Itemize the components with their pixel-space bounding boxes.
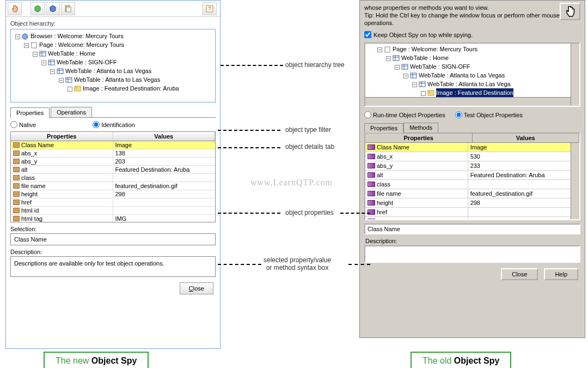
table-row[interactable]: height298 bbox=[365, 198, 579, 208]
svg-rect-27 bbox=[411, 73, 416, 78]
table-row[interactable]: href bbox=[11, 198, 215, 207]
vertical-scrollbar[interactable] bbox=[571, 143, 579, 219]
table-row[interactable]: class bbox=[365, 180, 579, 189]
description-label: Description: bbox=[360, 234, 585, 245]
table-row[interactable]: html id bbox=[365, 217, 579, 219]
horizontal-scrollbar[interactable] bbox=[365, 97, 571, 106]
description-label: Description: bbox=[6, 245, 220, 256]
tab-properties[interactable]: Properties bbox=[364, 123, 403, 133]
annotation-line bbox=[218, 130, 280, 131]
svg-point-4 bbox=[22, 34, 28, 39]
caption-new: The new Object Spy bbox=[44, 352, 149, 368]
svg-rect-15 bbox=[66, 77, 72, 82]
new-object-spy-window: ? Object hierarchy: −Browser : Welcome: … bbox=[5, 0, 220, 349]
annotation-line bbox=[340, 213, 370, 214]
col-values: Values bbox=[473, 134, 580, 142]
grid-header: Properties Values bbox=[11, 132, 215, 141]
cube-button-2[interactable] bbox=[46, 2, 60, 15]
table-row[interactable]: abs_x530 bbox=[365, 152, 579, 161]
table-row[interactable]: height298 bbox=[11, 190, 215, 198]
col-properties: Properties bbox=[11, 132, 113, 141]
details-tabs: Properties Operations bbox=[10, 107, 216, 118]
hierarchy-label: Object hierarchy: bbox=[6, 17, 220, 28]
properties-grid[interactable]: Properties Values Class NameImageabs_x53… bbox=[364, 132, 580, 220]
grid-header: Properties Values bbox=[365, 134, 579, 143]
annotation-line bbox=[218, 147, 280, 148]
table-row[interactable]: href bbox=[365, 208, 579, 217]
description-field: Descriptions are available only for test… bbox=[10, 256, 216, 277]
svg-rect-24 bbox=[402, 64, 408, 69]
annotation-line bbox=[220, 65, 283, 66]
vertical-scrollbar[interactable] bbox=[571, 44, 579, 106]
table-row[interactable]: abs_x138 bbox=[11, 149, 215, 158]
table-row[interactable]: file namefeatured_destination.gif bbox=[11, 182, 215, 190]
svg-point-19 bbox=[76, 87, 77, 89]
clipboard-button[interactable] bbox=[61, 2, 75, 15]
hierarchy-tree[interactable]: −Browser : Welcome: Mercury Tours−Page :… bbox=[10, 29, 216, 102]
properties-grid[interactable]: Properties Values Class NameImageabs_x13… bbox=[10, 131, 216, 222]
annotation-typefilter: object type filter bbox=[285, 126, 331, 134]
spy-hand-button[interactable] bbox=[8, 2, 22, 15]
svg-rect-12 bbox=[57, 69, 63, 74]
selection-label: Selection: bbox=[6, 222, 220, 233]
svg-rect-21 bbox=[393, 56, 399, 61]
watermark: www.LearnQTP.com bbox=[250, 178, 333, 188]
radio-test[interactable]: Test Object Properties bbox=[455, 111, 523, 118]
type-filter-row: Run-time Object Properties Test Object P… bbox=[360, 108, 585, 122]
svg-rect-30 bbox=[419, 82, 425, 87]
svg-rect-33 bbox=[428, 91, 434, 95]
annotation-properties: object properties bbox=[285, 209, 334, 216]
svg-rect-1 bbox=[66, 7, 71, 12]
old-object-spy-window: whose properties or methods you want to … bbox=[359, 0, 585, 338]
radio-runtime[interactable]: Run-time Object Properties bbox=[364, 111, 445, 118]
hierarchy-tree[interactable]: −Page : Welcome: Mercury Tours−WebTable … bbox=[364, 43, 580, 107]
table-row[interactable]: altFeatured Destination: Aruba bbox=[365, 171, 579, 180]
spy-hand-button[interactable] bbox=[560, 3, 580, 20]
tab-properties[interactable]: Properties bbox=[10, 107, 50, 118]
details-tabs: Properties Methods bbox=[364, 123, 580, 132]
annotation-hierarchy: object hierarchy tree bbox=[285, 61, 345, 69]
tab-operations[interactable]: Operations bbox=[51, 107, 92, 117]
selection-field[interactable]: Class Name bbox=[10, 233, 216, 245]
table-row[interactable]: abs_y233 bbox=[365, 161, 579, 171]
instructions: whose properties or methods you want to … bbox=[360, 1, 585, 30]
keep-on-top-checkbox[interactable]: Keep Object Spy on top while spying. bbox=[360, 30, 585, 41]
help-button[interactable]: ? bbox=[203, 2, 217, 15]
type-filter-row: Native Identification bbox=[6, 118, 220, 131]
annotation-line bbox=[218, 264, 261, 265]
selection-field[interactable]: Class Name bbox=[364, 224, 580, 234]
annotation-detailstab: object details tab bbox=[285, 143, 334, 150]
svg-point-34 bbox=[429, 92, 431, 93]
table-row[interactable]: file namefeatured_destination.gif bbox=[365, 189, 579, 198]
close-button[interactable]: Close bbox=[180, 282, 213, 294]
col-values: Values bbox=[113, 132, 216, 141]
caption-old: The old Object Spy bbox=[411, 352, 511, 368]
help-button[interactable]: Help bbox=[544, 268, 578, 280]
table-row[interactable]: abs_y203 bbox=[11, 158, 215, 166]
table-row[interactable]: altFeatured Destination: Aruba bbox=[11, 166, 215, 174]
table-row[interactable]: Class NameImage bbox=[11, 141, 215, 149]
table-row[interactable]: html tagIMG bbox=[11, 215, 215, 222]
tab-methods[interactable]: Methods bbox=[403, 123, 438, 132]
radio-identification[interactable]: Identification bbox=[93, 121, 135, 128]
svg-rect-6 bbox=[40, 51, 46, 56]
annotation-line bbox=[218, 213, 280, 214]
toolbar: ? bbox=[6, 1, 220, 17]
table-row[interactable]: Class NameImage bbox=[365, 143, 579, 152]
svg-rect-9 bbox=[48, 60, 54, 65]
svg-rect-5 bbox=[32, 43, 36, 48]
col-properties: Properties bbox=[365, 134, 473, 142]
table-row[interactable]: class bbox=[11, 174, 215, 182]
cube-button-1[interactable] bbox=[30, 2, 45, 15]
svg-rect-18 bbox=[75, 86, 81, 91]
svg-rect-20 bbox=[385, 47, 390, 52]
svg-text:?: ? bbox=[208, 6, 211, 12]
description-field bbox=[364, 245, 580, 263]
close-button[interactable]: Close bbox=[501, 268, 538, 280]
annotation-selection: selected property/value or method syntax… bbox=[264, 256, 331, 272]
table-row[interactable]: html id bbox=[11, 207, 215, 215]
annotation-line bbox=[348, 264, 370, 265]
radio-native[interactable]: Native bbox=[10, 121, 36, 128]
